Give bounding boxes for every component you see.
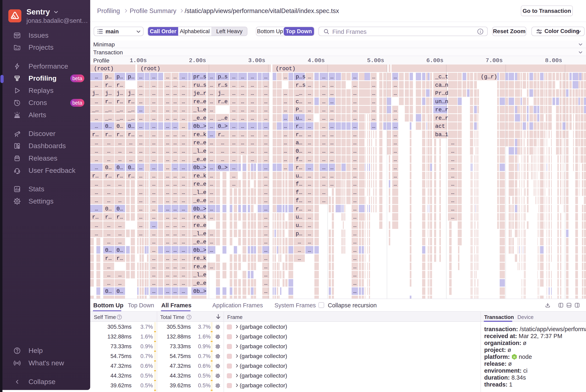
svg-text:…: … [394,115,397,121]
svg-text:…: … [451,173,454,179]
svg-text:…: … [210,247,213,254]
svg-text:…: … [330,90,334,96]
svg-text:…: … [232,181,235,187]
svg-text:…: … [139,156,142,162]
svg-text:r…: r… [92,214,99,220]
svg-text:…: … [353,132,357,138]
svg-text:…: … [210,148,213,154]
svg-text:…: … [394,165,397,171]
svg-text:r…: r… [296,206,302,212]
svg-text:…: … [210,264,213,270]
svg-text:…: … [152,272,155,278]
svg-text:_e…e: _e…e [193,115,207,121]
svg-text:…: … [353,156,357,162]
svg-text:…: … [174,280,177,286]
svg-text:…: … [372,107,375,113]
svg-text:…: … [322,107,325,113]
svg-text:…: … [107,264,110,270]
svg-text:…: … [95,140,98,146]
svg-text:…: … [264,165,267,171]
svg-text:0b…>: 0b…> [193,123,207,130]
svg-text:…: … [174,173,177,179]
svg-text:…: … [308,132,311,138]
svg-text:…: … [139,99,142,105]
svg-text:(g…r): (g…r) [481,74,497,80]
svg-text:0b…>: 0b…> [193,165,207,171]
svg-text:…: … [394,173,397,179]
svg-text:…: … [308,214,311,220]
svg-text:re…e: re…e [193,140,207,146]
svg-text:…: … [182,181,185,187]
svg-text:…: … [152,99,155,105]
svg-text:…: … [372,99,375,105]
svg-text:…: … [182,74,185,80]
svg-text:…: … [95,231,98,237]
svg-text:…: … [95,165,98,171]
svg-text:_…: _… [92,107,99,113]
svg-text:…: … [232,173,235,179]
svg-text:…: … [308,99,311,105]
svg-text:…: … [353,206,357,212]
svg-text:_…: _… [105,107,112,113]
svg-text:f…: f… [296,181,302,187]
svg-text:j…: j… [218,90,224,96]
svg-text:ca…n: ca…n [435,82,448,88]
svg-text:…: … [182,132,185,138]
svg-text:…: … [451,181,454,187]
svg-text:0…: 0… [105,247,112,254]
svg-text:…: … [95,198,98,204]
svg-text:r…: r… [105,82,112,88]
svg-text:…: … [107,239,110,245]
svg-text:…: … [174,288,177,294]
svg-text:…: … [394,90,397,96]
svg-text:…: … [152,190,155,196]
svg-text:…: … [264,107,267,113]
svg-text:…: … [353,90,357,96]
svg-text:…: … [264,74,267,80]
svg-text:0…: 0… [117,165,123,171]
svg-text:…: … [152,256,155,262]
svg-text:…: … [210,82,213,88]
svg-text:…: … [308,140,311,146]
svg-text:…: … [95,82,98,88]
svg-text:…: … [166,140,169,146]
svg-text:ru…s: ru…s [193,82,207,88]
svg-text:…: … [264,156,267,162]
svg-text:…: … [152,288,155,294]
svg-text:…: … [353,74,357,80]
svg-text:…: … [264,82,267,88]
svg-text:re…r: re…r [435,115,448,121]
svg-text:…: … [394,132,397,138]
svg-text:…: … [284,123,287,130]
svg-text:…: … [166,123,169,130]
svg-text:…: … [264,90,267,96]
svg-text:…: … [107,148,110,154]
svg-text:…: … [182,231,185,237]
svg-text:…: … [152,198,155,204]
svg-text:…: … [182,256,185,262]
svg-text:j…: j… [92,90,99,96]
svg-text:…: … [232,90,235,96]
svg-text:…: … [394,82,397,88]
svg-text:…: … [174,140,177,146]
svg-text:…: … [129,156,132,162]
svg-text:…: … [308,156,311,162]
svg-text:…: … [166,222,169,228]
svg-text:…: … [95,156,98,162]
svg-text:…: … [451,156,454,162]
svg-text:…: … [152,173,155,179]
svg-text:…: … [330,165,334,171]
svg-text:…: … [166,107,169,113]
svg-text:_…: _… [116,107,123,113]
svg-text:…: … [107,231,110,237]
svg-text:…: … [232,165,235,171]
svg-text:u…: u… [296,115,302,121]
svg-text:j…: j… [128,90,134,96]
svg-text:…: … [241,148,244,154]
svg-text:…: … [394,74,397,80]
svg-text:…: … [95,148,98,154]
svg-text:_e…e: _e…e [193,156,207,162]
svg-text:…: … [174,132,177,138]
svg-text:…: … [353,140,357,146]
svg-text:…: … [251,123,254,130]
